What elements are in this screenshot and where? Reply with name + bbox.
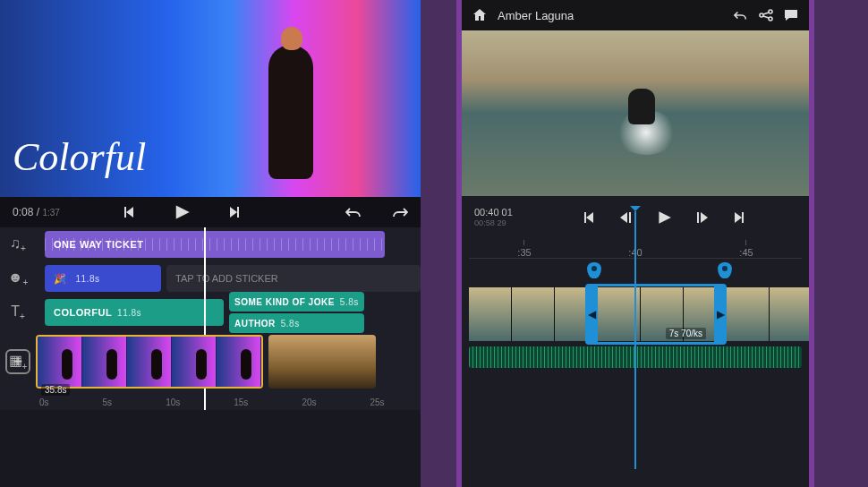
transport-bar: 0:08 / 1:37	[0, 197, 421, 227]
comment-icon[interactable]	[784, 8, 798, 22]
prev-button[interactable]	[121, 205, 135, 219]
play-button[interactable]	[656, 209, 672, 226]
video-editor-app-right: Amber Laguna 00:40 01 00:58 29	[456, 0, 814, 487]
timecode: 0:08 / 1:37	[13, 206, 60, 218]
sticker-track[interactable]: ☻+ 🎉 11.8s TAP TO ADD STICKER	[0, 261, 421, 295]
frame-forward-button[interactable]	[695, 210, 710, 225]
redo-button[interactable]	[392, 206, 408, 218]
marker-in[interactable]	[587, 262, 601, 278]
next-button[interactable]	[228, 205, 243, 219]
play-button[interactable]	[173, 203, 191, 221]
marker-out[interactable]	[718, 262, 732, 278]
trim-handle-right[interactable]: ▶	[714, 286, 727, 342]
video-editor-app-left: Colorful 0:08 / 1:37 ♫+	[0, 0, 421, 487]
thumb[interactable]	[770, 287, 813, 341]
clip-duration: 35.8s	[41, 384, 70, 396]
text-icon[interactable]: T+	[0, 303, 36, 321]
top-bar: Amber Laguna	[462, 0, 809, 30]
thumb[interactable]	[469, 287, 512, 341]
sticker-clip[interactable]: 🎉 11.8s	[45, 265, 161, 292]
video-preview[interactable]	[462, 30, 809, 196]
title-clip[interactable]: COLORFUL11.8s	[45, 299, 224, 326]
video-clip-2[interactable]	[268, 335, 376, 389]
trim-handle-left[interactable]: ◀	[585, 286, 598, 342]
add-clip-button[interactable]: +	[5, 349, 30, 374]
project-title: Amber Laguna	[498, 9, 574, 22]
video-preview[interactable]: Colorful	[0, 0, 421, 197]
subtitle-clip-1[interactable]: SOME KIND OF JOKE5.8s	[229, 292, 364, 312]
thumb[interactable]	[727, 287, 770, 341]
title-overlay: Colorful	[13, 134, 146, 180]
sticker-icon[interactable]: ☻+	[0, 269, 36, 287]
undo-button[interactable]	[345, 206, 362, 218]
selection-duration: 7s 70/ks	[666, 328, 706, 339]
title-track[interactable]: T+ COLORFUL11.8s SOME KIND OF JOKE5.8s A…	[0, 295, 421, 329]
timecode: 00:40 01 00:58 29	[474, 207, 513, 228]
share-icon[interactable]	[759, 8, 773, 22]
music-track[interactable]: ♫+ ONE WAY TICKET	[0, 227, 421, 261]
preview-subject	[628, 89, 655, 124]
thumb[interactable]	[512, 287, 555, 341]
music-icon[interactable]: ♫+	[0, 235, 36, 253]
time-ruler: 0s5s 10s15s 20s25s 30s	[0, 394, 421, 410]
skip-start-button[interactable]	[581, 210, 595, 225]
timeline[interactable]: ♫+ ONE WAY TICKET ☻+ 🎉 11.8s TAP TO ADD …	[0, 227, 421, 410]
undo-icon[interactable]	[734, 9, 748, 21]
range-selection[interactable]: ◀ ▶ 7s 70/ks	[585, 284, 727, 345]
music-clip[interactable]: ONE WAY TICKET	[45, 231, 385, 258]
playhead[interactable]	[634, 211, 636, 469]
preview-subject	[268, 45, 313, 179]
video-track[interactable]: ▦+ + 35.8s	[0, 329, 421, 394]
skip-end-button[interactable]	[733, 210, 747, 225]
home-icon[interactable]	[472, 8, 487, 22]
video-clip[interactable]	[36, 335, 263, 389]
